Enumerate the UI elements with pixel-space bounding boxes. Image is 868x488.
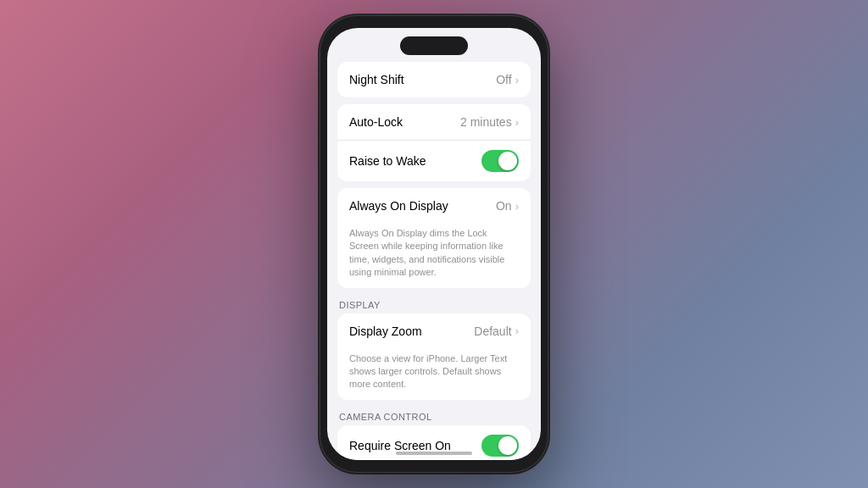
auto-lock-label: Auto-Lock: [349, 115, 403, 129]
always-on-display-value: On ›: [496, 199, 519, 213]
always-on-display-description: Always On Display dims the Lock Screen w…: [337, 224, 531, 288]
always-on-display-chevron: ›: [515, 200, 519, 213]
home-bar: [396, 452, 472, 455]
night-shift-row[interactable]: Night Shift Off ›: [337, 62, 531, 97]
display-zoom-section: Display Zoom Default › Choose a view for…: [337, 313, 531, 400]
display-zoom-label: Display Zoom: [349, 324, 422, 338]
auto-lock-section: Auto-Lock 2 minutes › Raise to Wake: [337, 104, 531, 181]
auto-lock-chevron: ›: [515, 116, 519, 129]
phone-frame: Night Shift Off › Auto-Lock 2 minutes ›: [320, 15, 548, 473]
settings-list: Night Shift Off › Auto-Lock 2 minutes ›: [327, 62, 541, 460]
night-shift-label: Night Shift: [349, 73, 404, 86]
display-zoom-row[interactable]: Display Zoom Default ›: [337, 313, 531, 349]
display-zoom-description: Choose a view for iPhone. Larger Text sh…: [337, 349, 531, 400]
night-shift-section: Night Shift Off ›: [337, 62, 531, 97]
night-shift-value: Off ›: [496, 73, 519, 86]
auto-lock-row[interactable]: Auto-Lock 2 minutes ›: [337, 104, 531, 140]
always-on-display-row[interactable]: Always On Display On ›: [337, 188, 531, 224]
require-screen-on-toggle-thumb: [498, 436, 517, 455]
camera-control-section-label: CAMERA CONTROL: [327, 407, 541, 425]
always-on-display-section: Always On Display On › Always On Display…: [337, 188, 531, 288]
require-screen-on-toggle[interactable]: [481, 435, 519, 457]
phone-screen: Night Shift Off › Auto-Lock 2 minutes ›: [327, 28, 541, 460]
auto-lock-value-text: 2 minutes: [460, 115, 512, 129]
dynamic-island: [400, 36, 468, 55]
always-on-display-label: Always On Display: [349, 199, 448, 213]
screen-content: Night Shift Off › Auto-Lock 2 minutes ›: [327, 28, 541, 460]
always-on-display-value-text: On: [496, 199, 512, 213]
auto-lock-value: 2 minutes ›: [460, 115, 519, 129]
require-screen-on-label: Require Screen On: [349, 439, 451, 452]
display-zoom-chevron: ›: [515, 324, 519, 337]
raise-to-wake-toggle[interactable]: [481, 150, 519, 172]
raise-to-wake-row[interactable]: Raise to Wake: [337, 140, 531, 181]
raise-to-wake-label: Raise to Wake: [349, 154, 426, 168]
display-section-label: DISPLAY: [327, 295, 541, 313]
display-zoom-value: Default ›: [474, 324, 519, 338]
night-shift-value-text: Off: [496, 73, 511, 86]
raise-to-wake-toggle-thumb: [498, 152, 517, 170]
night-shift-chevron: ›: [515, 74, 519, 86]
display-zoom-value-text: Default: [474, 324, 511, 338]
